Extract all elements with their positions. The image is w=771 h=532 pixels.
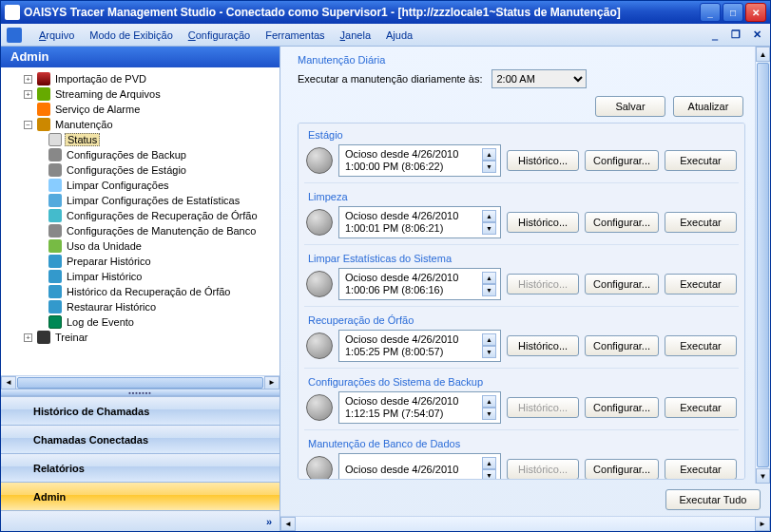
- tree-maintcfg[interactable]: Configurações de Manutenção de Banco: [48, 223, 279, 238]
- group-title: Estágio: [304, 127, 739, 144]
- tree-maint[interactable]: −Manutenção: [24, 117, 279, 132]
- history-button[interactable]: Histórico...: [507, 212, 579, 233]
- spin-down-icon[interactable]: ▼: [482, 408, 496, 420]
- run-button[interactable]: Executar: [665, 274, 737, 294]
- tree-unitusage[interactable]: Uso da Unidade: [48, 238, 279, 254]
- status-indicator-icon: [306, 456, 333, 480]
- page-icon: [48, 133, 62, 146]
- save-button[interactable]: Salvar: [595, 96, 665, 117]
- scroll-up-icon[interactable]: ▲: [756, 47, 770, 62]
- status-indicator-icon: [306, 271, 333, 297]
- stream-icon: [37, 87, 50, 101]
- run-button[interactable]: Executar: [665, 150, 737, 171]
- scroll-thumb[interactable]: [17, 377, 263, 389]
- tree-restorehist[interactable]: Restaurar Histórico: [48, 299, 279, 314]
- menu-arquivo[interactable]: Arquivo: [31, 28, 82, 43]
- tree-recovercfg[interactable]: Configurações de Recuperação de Órfão: [48, 208, 279, 223]
- tree[interactable]: +Importação de PVD +Streaming de Arquivo…: [1, 67, 279, 375]
- chart-icon: [48, 239, 62, 253]
- tree-hscroll[interactable]: ◄ ►: [1, 375, 279, 389]
- spin-up-icon[interactable]: ▲: [482, 148, 496, 161]
- run-button[interactable]: Executar: [665, 335, 737, 356]
- spin-up-icon[interactable]: ▲: [482, 210, 496, 222]
- splitter-grip[interactable]: ▪▪▪▪▪▪▪: [1, 389, 279, 396]
- maximize-button[interactable]: □: [723, 3, 743, 22]
- menu-ferramentas[interactable]: Ferramentas: [258, 28, 332, 43]
- configure-button[interactable]: Configurar...: [585, 212, 659, 233]
- menu-config[interactable]: Configuração: [181, 28, 258, 43]
- spin-up-icon[interactable]: ▲: [482, 272, 496, 284]
- main-vscroll[interactable]: ▲ ▼: [755, 47, 770, 484]
- configure-button[interactable]: Configurar...: [585, 397, 659, 418]
- mdi-restore[interactable]: ❐: [728, 28, 743, 41]
- run-button[interactable]: Executar: [665, 459, 737, 480]
- scroll-right-icon[interactable]: ►: [264, 376, 279, 390]
- daily-time-select[interactable]: 2:00 AM: [492, 69, 587, 88]
- tree-clearcfg[interactable]: Limpar Configurações: [48, 178, 279, 193]
- run-button[interactable]: Executar: [665, 212, 737, 233]
- gear-icon: [48, 209, 62, 222]
- close-button[interactable]: ✕: [745, 3, 766, 22]
- menu-arquivo-label: rquivo: [46, 29, 74, 41]
- refresh-button[interactable]: Atualizar: [673, 96, 743, 117]
- nav-admin[interactable]: Admin: [1, 482, 279, 510]
- tree-alarm[interactable]: Serviço de Alarme: [24, 102, 279, 117]
- scroll-left-icon[interactable]: ◄: [1, 376, 16, 390]
- gear-icon: [48, 194, 62, 207]
- run-button[interactable]: Executar: [665, 397, 737, 418]
- menu-modo[interactable]: Modo de Exibição: [82, 28, 180, 43]
- mdi-minimize[interactable]: ‗: [707, 28, 723, 41]
- configure-button[interactable]: Configurar...: [585, 335, 659, 356]
- sidebar-overflow[interactable]: »: [1, 510, 279, 531]
- tree-train[interactable]: +Treinar: [24, 330, 279, 345]
- spin-down-icon[interactable]: ▼: [482, 284, 496, 296]
- gear-icon: [48, 179, 62, 192]
- status-text: Ocioso desde 4/26/2010▲▼: [338, 453, 501, 480]
- scroll-right-icon[interactable]: ►: [755, 517, 770, 531]
- tree-status[interactable]: Status: [48, 132, 279, 147]
- nav-callhist[interactable]: Histórico de Chamadas: [1, 396, 279, 425]
- spin-down-icon[interactable]: ▼: [482, 346, 496, 358]
- tree-eventlog[interactable]: Log de Evento: [48, 314, 279, 330]
- tree-clearhist[interactable]: Limpar Histórico: [48, 269, 279, 284]
- status-text: Ocioso desde 4/26/20101:12:15 PM (7:54:0…: [338, 391, 501, 424]
- tree-stagecfg[interactable]: Configurações de Estágio: [48, 162, 279, 178]
- tree-stream[interactable]: +Streaming de Arquivos: [24, 86, 279, 102]
- configure-button[interactable]: Configurar...: [585, 459, 659, 480]
- tree-orphanhist[interactable]: Histórico da Recuperação de Órfão: [48, 284, 279, 299]
- app-icon: [5, 5, 20, 20]
- run-all-button[interactable]: Executar Tudo: [665, 489, 761, 510]
- scroll-down-icon[interactable]: ▼: [756, 468, 770, 484]
- tree-pvd[interactable]: +Importação de PVD: [24, 71, 279, 86]
- spin-down-icon[interactable]: ▼: [482, 222, 496, 235]
- configure-button[interactable]: Configurar...: [585, 274, 659, 294]
- configure-button[interactable]: Configurar...: [585, 150, 659, 171]
- spin-up-icon[interactable]: ▲: [482, 333, 496, 346]
- menu-ajuda[interactable]: Ajuda: [378, 28, 420, 43]
- menu-app-icon: [7, 28, 22, 43]
- spin-down-icon[interactable]: ▼: [482, 161, 496, 173]
- disk-icon: [48, 285, 62, 298]
- history-button[interactable]: Histórico...: [507, 150, 579, 171]
- daily-maint-label: Executar a manutenção diariamente às:: [298, 73, 482, 85]
- tree-clearstats[interactable]: Limpar Configurações de Estatísticas: [48, 193, 279, 208]
- tree-backupcfg[interactable]: Configurações de Backup: [48, 147, 279, 162]
- db-icon: [48, 224, 62, 238]
- spin-up-icon[interactable]: ▲: [482, 457, 496, 469]
- spin-down-icon[interactable]: ▼: [482, 469, 496, 480]
- group-title: Configurações do Sistema de Backup: [304, 374, 739, 391]
- nav-connected[interactable]: Chamadas Conectadas: [1, 425, 279, 453]
- nav-reports[interactable]: Relatórios: [1, 453, 279, 482]
- status-text: Ocioso desde 4/26/20101:00:00 PM (8:06:2…: [338, 144, 501, 177]
- history-button[interactable]: Histórico...: [507, 335, 579, 356]
- main-panel: Manutenção Diária Executar a manutenção …: [280, 47, 770, 531]
- main-hscroll[interactable]: ◄ ►: [280, 516, 770, 531]
- tree-prephist[interactable]: Preparar Histórico: [48, 254, 279, 269]
- mdi-close[interactable]: ✕: [749, 28, 764, 41]
- menu-janela[interactable]: Janela: [333, 28, 378, 43]
- spin-up-icon[interactable]: ▲: [482, 395, 496, 408]
- disk-icon: [48, 300, 62, 314]
- vscroll-thumb[interactable]: [757, 63, 769, 467]
- minimize-button[interactable]: _: [700, 3, 721, 22]
- scroll-left-icon[interactable]: ◄: [280, 517, 296, 531]
